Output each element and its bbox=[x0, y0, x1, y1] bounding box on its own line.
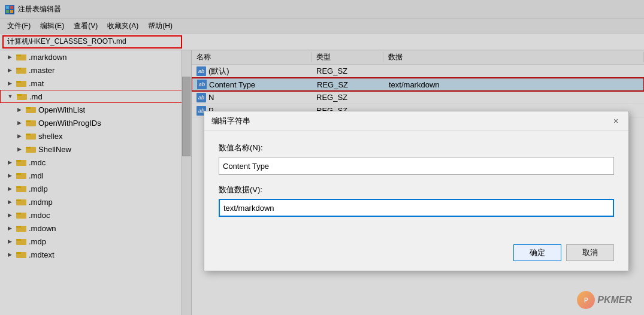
dialog-footer: 确定 取消 bbox=[204, 238, 628, 271]
dialog-name-label: 数值名称(N): bbox=[219, 143, 614, 153]
dialog-close-button[interactable]: × bbox=[608, 114, 624, 128]
dialog-body: 数值名称(N): 数值数据(V): bbox=[204, 131, 628, 238]
dialog-overlay: 编辑字符串 × 数值名称(N): 数值数据(V): 确定 取消 bbox=[0, 0, 644, 315]
pkmer-logo: P bbox=[577, 291, 595, 309]
edit-string-dialog: 编辑字符串 × 数值名称(N): 数值数据(V): 确定 取消 bbox=[204, 111, 629, 271]
dialog-title-bar: 编辑字符串 × bbox=[204, 111, 628, 131]
dialog-name-input[interactable] bbox=[219, 157, 614, 175]
dialog-cancel-button[interactable]: 取消 bbox=[566, 244, 614, 261]
dialog-data-label: 数值数据(V): bbox=[219, 184, 614, 195]
pkmer-text: PKMER bbox=[597, 295, 632, 305]
dialog-title: 编辑字符串 bbox=[211, 116, 250, 126]
dialog-data-input[interactable] bbox=[219, 199, 614, 217]
pkmer-watermark: P PKMER bbox=[577, 291, 632, 309]
dialog-confirm-button[interactable]: 确定 bbox=[513, 244, 561, 261]
